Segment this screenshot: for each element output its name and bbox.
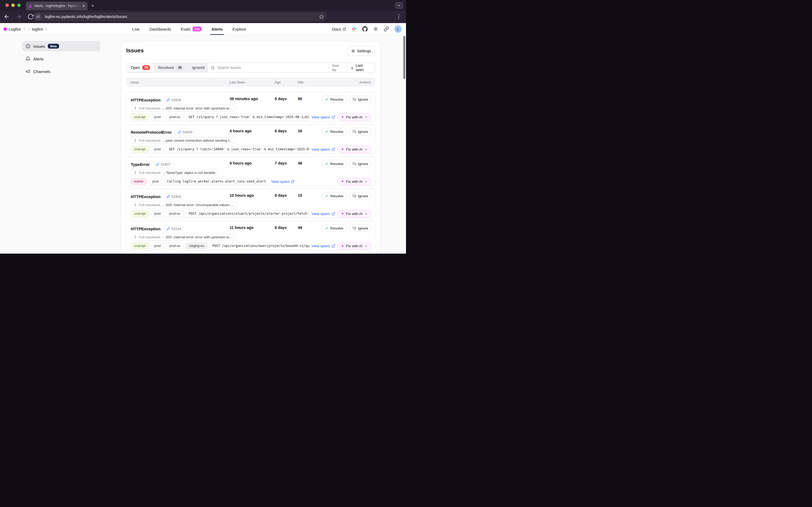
scrollbar-thumb[interactable]: [403, 36, 405, 79]
browser-menu-icon[interactable]: [395, 13, 402, 20]
traffic-lights: [5, 3, 21, 7]
site-settings-icon[interactable]: [35, 13, 42, 20]
view-spans-link[interactable]: View spans: [312, 115, 335, 119]
nav-item-explore[interactable]: Explore: [232, 23, 246, 35]
resolved-count-badge: 35: [176, 65, 184, 70]
traceback-pill[interactable]: Full traceback …'NoneType' object is not…: [131, 169, 218, 176]
tag-list: crud-apiprodprod-eustaging-eu: [131, 243, 207, 249]
theme-toggle-icon[interactable]: [373, 26, 378, 32]
fix-with-ai-button[interactable]: ✦Fix with AI: [337, 178, 372, 185]
span-code: POST /api/organizations/stuart/projects/…: [186, 210, 309, 217]
page-title: Issues: [126, 47, 144, 54]
nav-item-live[interactable]: Live: [132, 23, 140, 35]
slack-icon[interactable]: [351, 26, 357, 32]
browser-tab[interactable]: Alerts · logfire/logfire · Pydant ✕: [26, 2, 88, 10]
traceback-pill[interactable]: Full traceback …500: internal error: err…: [131, 233, 235, 240]
chevrons-up-down-icon[interactable]: [23, 27, 26, 31]
chevrons-up-down-icon[interactable]: [45, 27, 48, 31]
traceback-pill[interactable]: Full traceback …500: internal error: err…: [131, 105, 235, 112]
traceback-text: …500: internal error: error with upstrea…: [162, 106, 232, 110]
tab-overview-button[interactable]: [395, 2, 403, 9]
sort-control[interactable]: Sort by Last seen: [329, 62, 375, 73]
fix-with-ai-button[interactable]: ✦Fix with AI: [337, 210, 372, 217]
bookmark-star-icon[interactable]: [319, 14, 324, 19]
fix-with-ai-button[interactable]: ✦Fix with AI: [337, 146, 372, 153]
issue-id-badge[interactable]: 52407: [153, 161, 174, 168]
tag-prod: prod: [151, 114, 164, 120]
url-text[interactable]: logfire-eu.pydantic.info/logfire/logfire…: [45, 14, 319, 19]
ignore-button[interactable]: Ignore: [349, 160, 372, 167]
header-actions: Docs L: [332, 23, 402, 35]
nav-item-evals[interactable]: Evalsbeta: [181, 23, 202, 35]
sidebar-item-label: Issues: [33, 44, 45, 49]
close-window-button[interactable]: [5, 3, 9, 7]
issue-id-badge[interactable]: 52638: [163, 97, 184, 103]
traceback-pill[interactable]: Full traceback …peer closed connection w…: [131, 137, 236, 144]
issue-name: HTTPException: [131, 194, 161, 199]
ignore-button[interactable]: Ignore: [349, 192, 372, 200]
chevrons-up-down-icon: [134, 139, 137, 142]
tab-ignored[interactable]: Ignored: [188, 63, 208, 72]
ignore-button[interactable]: Ignore: [349, 224, 372, 232]
fix-with-ai-button[interactable]: ✦Fix with AI: [337, 242, 372, 249]
github-icon[interactable]: [362, 26, 368, 32]
check-icon: [325, 162, 329, 166]
view-spans-link[interactable]: View spans: [312, 244, 335, 248]
resolve-button[interactable]: Resolve: [321, 192, 347, 200]
fix-with-ai-button[interactable]: ✦Fix with AI: [337, 113, 372, 121]
user-avatar[interactable]: L: [394, 25, 402, 33]
back-icon[interactable]: [3, 13, 10, 20]
tab-resolved[interactable]: Resolved 35: [154, 63, 188, 72]
sort-value-button[interactable]: Last seen: [347, 63, 375, 72]
issue-id-badge[interactable]: 52804: [163, 193, 184, 200]
ignore-button[interactable]: Ignore: [349, 96, 372, 103]
view-spans-link[interactable]: View spans: [312, 212, 335, 216]
reload-icon[interactable]: [28, 13, 34, 20]
chevron-down-icon: [364, 244, 368, 248]
view-spans-link[interactable]: View spans: [271, 179, 295, 183]
address-bar[interactable]: logfire-eu.pydantic.info/logfire/logfire…: [33, 12, 327, 21]
hits-value: 48: [298, 161, 302, 165]
traceback-pill[interactable]: Full traceback …500: Internal error: Unc…: [131, 201, 237, 208]
issue-row: TypeError 52407 9 hours ago 7 days 48 Re…: [126, 157, 375, 186]
search-input[interactable]: [217, 65, 329, 70]
age-value: 8 days: [275, 225, 287, 230]
resolve-button[interactable]: Resolve: [321, 128, 347, 135]
forward-icon[interactable]: [15, 13, 22, 20]
sidebar-item-alerts[interactable]: Alerts: [22, 54, 100, 64]
tag-prod: prod: [151, 146, 164, 153]
tag-prod-eu: prod-eu: [166, 211, 183, 217]
share-link-icon[interactable]: [384, 26, 389, 32]
minimize-window-button[interactable]: [11, 3, 15, 7]
sidebar-item-channels[interactable]: Channels: [22, 66, 100, 76]
zoom-window-button[interactable]: [17, 3, 21, 7]
sparkle-icon: ✦: [341, 212, 344, 216]
issue-id-badge[interactable]: 54509: [174, 129, 196, 135]
issue-title-group: HTTPException 52804: [131, 193, 184, 200]
new-tab-button[interactable]: +: [91, 2, 94, 9]
project-switcher[interactable]: logfire: [32, 27, 43, 32]
tab-strip: Alerts · logfire/logfire · Pydant ✕ +: [0, 0, 406, 10]
chevron-down-icon: [364, 180, 368, 183]
resolve-button[interactable]: Resolve: [321, 224, 347, 232]
resolve-button[interactable]: Resolve: [321, 160, 347, 167]
settings-button[interactable]: Settings: [347, 46, 375, 56]
tag-prod-eu: prod-eu: [166, 114, 183, 120]
issue-row: RemoteProtocolError 54509 4 hours ago 6 …: [126, 124, 375, 154]
gear-icon: [351, 49, 355, 53]
sidebar-item-issues[interactable]: Issues Beta: [22, 41, 100, 51]
nav-item-dashboards[interactable]: Dashboards: [149, 23, 171, 35]
bell-icon: [25, 56, 30, 61]
view-spans-link[interactable]: View spans: [312, 147, 335, 151]
docs-link[interactable]: Docs: [332, 27, 346, 32]
org-switcher[interactable]: Logfire: [9, 27, 21, 32]
resolve-button[interactable]: Resolve: [321, 96, 347, 103]
tab-open[interactable]: Open 79: [127, 63, 154, 72]
issue-id-badge[interactable]: 52534: [163, 225, 184, 232]
check-icon: [325, 194, 329, 198]
traceback-text: …500: internal error: error with upstrea…: [162, 235, 232, 239]
nav-item-alerts[interactable]: Alerts: [211, 23, 223, 35]
tab-close-icon[interactable]: ✕: [82, 4, 85, 8]
sparkle-icon: ✦: [341, 115, 344, 119]
ignore-button[interactable]: Ignore: [349, 128, 372, 135]
